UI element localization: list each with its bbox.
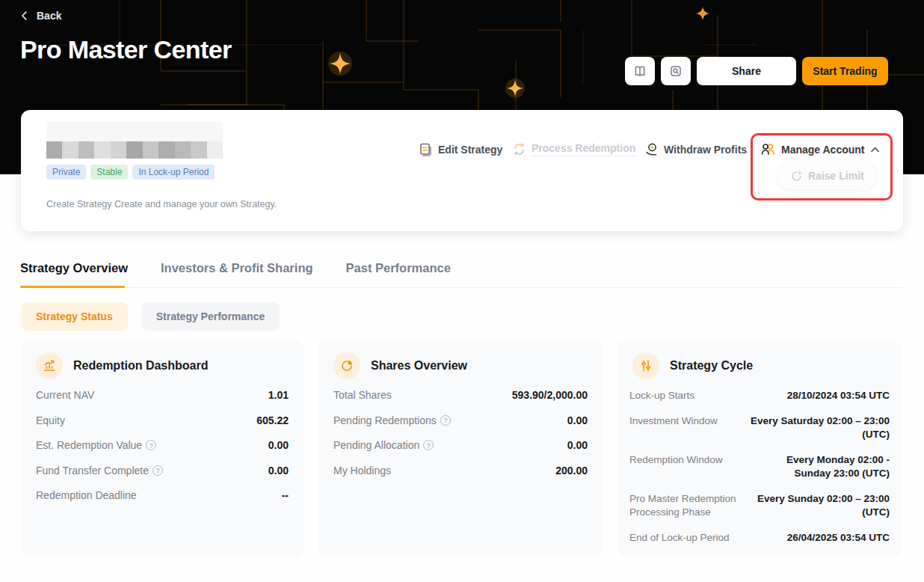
row-fund-transfer-complete: Fund Transfer Complete? 0.00: [36, 465, 289, 477]
process-redemption-icon: [512, 142, 526, 156]
strategy-cycle-card: Strategy Cycle Lock-up Starts 28/10/2024…: [617, 340, 902, 557]
redacted-strategy-name: [46, 141, 223, 159]
badge-stable: Stable: [90, 165, 128, 180]
chevron-up-icon: [870, 146, 880, 153]
start-trading-button[interactable]: Start Trading: [802, 57, 888, 85]
tab-past-performance[interactable]: Past Performance: [346, 261, 451, 288]
page-title: Pro Master Center: [20, 35, 232, 64]
manage-account-button[interactable]: Manage Account: [760, 142, 880, 156]
back-chevron-icon: [19, 10, 30, 21]
process-redemption-label: Process Redemption: [532, 142, 635, 156]
strategy-summary-card: Private Stable In Lock-up Period Create …: [21, 110, 903, 231]
row-investment-window: Investment Window Every Saturday 02:00 –…: [629, 414, 890, 441]
document-search-icon: [669, 64, 683, 78]
strategy-cycle-rows: Lock-up Starts 28/10/2024 03:54 UTC Inve…: [629, 389, 890, 545]
back-button[interactable]: Back: [19, 10, 61, 22]
hero-action-buttons: Share Start Trading: [625, 57, 888, 85]
strategy-cycle-header: Strategy Cycle: [632, 352, 753, 379]
subtab-strategy-status[interactable]: Strategy Status: [21, 302, 128, 331]
shares-overview-card: Shares Overview Total Shares 593.90/2,00…: [318, 340, 603, 557]
redacted-strategy-name-top: [46, 122, 223, 141]
shares-overview-icon: [333, 352, 360, 379]
main-tabs: Strategy Overview Investors & Profit Sha…: [20, 261, 451, 288]
withdraw-profits-button[interactable]: Withdraw Profits: [644, 142, 747, 156]
info-icon[interactable]: ?: [423, 440, 434, 450]
manage-account-icon: [760, 142, 776, 156]
redemption-dashboard-title: Redemption Dashboard: [73, 359, 208, 373]
row-pending-allocation: Pending Allocation? 0.00: [333, 439, 588, 451]
guide-book-button[interactable]: [625, 57, 655, 85]
back-label: Back: [37, 10, 61, 22]
info-icon[interactable]: ?: [440, 415, 451, 426]
redemption-dashboard-icon: [36, 352, 63, 379]
shares-overview-title: Shares Overview: [371, 359, 467, 373]
row-end-of-lockup: End of Lock-up Period 26/04/2025 03:54 U…: [629, 531, 890, 545]
subtab-strategy-performance[interactable]: Strategy Performance: [141, 302, 280, 331]
row-total-shares: Total Shares 593.90/2,000.00: [333, 389, 588, 401]
book-icon: [633, 64, 647, 78]
strategy-badges: Private Stable In Lock-up Period: [46, 165, 215, 180]
row-my-holdings: My Holdings 200.00: [333, 465, 588, 477]
badge-private: Private: [46, 165, 86, 180]
edit-strategy-icon: [419, 142, 433, 156]
redemption-dashboard-header: Redemption Dashboard: [36, 352, 208, 379]
raise-limit-icon: [790, 170, 803, 183]
tab-investors-profit-sharing[interactable]: Investors & Profit Sharing: [161, 261, 313, 288]
edit-strategy-button[interactable]: Edit Strategy: [419, 142, 502, 156]
row-redemption-deadline: Redemption Deadline --: [36, 489, 289, 501]
withdraw-profits-label: Withdraw Profits: [664, 144, 747, 156]
row-pro-master-redemption-phase: Pro Master Redemption Processing Phase E…: [629, 492, 890, 519]
raise-limit-button[interactable]: Raise Limit: [777, 162, 877, 189]
share-button[interactable]: Share: [697, 57, 796, 85]
info-icon[interactable]: ?: [153, 465, 163, 476]
strategy-cycle-title: Strategy Cycle: [670, 359, 753, 373]
strategy-cycle-icon: [632, 352, 659, 379]
manage-account-label: Manage Account: [781, 144, 865, 156]
redemption-dashboard-rows: Current NAV 1.01 Equity 605.22 Est. Rede…: [36, 389, 289, 501]
row-pending-redemptions: Pending Redemptions? 0.00: [333, 414, 588, 426]
raise-limit-label: Raise Limit: [808, 170, 864, 182]
redemption-dashboard-card: Redemption Dashboard Current NAV 1.01 Eq…: [21, 340, 304, 557]
badge-lockup: In Lock-up Period: [132, 165, 215, 180]
row-est-redemption-value: Est. Redemption Value? 0.00: [36, 439, 289, 451]
row-current-nav: Current NAV 1.01: [36, 389, 289, 401]
tab-strategy-overview[interactable]: Strategy Overview: [20, 261, 128, 288]
shares-overview-header: Shares Overview: [333, 352, 467, 379]
sub-tabs: Strategy Status Strategy Performance: [21, 302, 280, 331]
process-redemption-button[interactable]: Process Redemption: [512, 142, 635, 156]
info-icon[interactable]: ?: [146, 440, 156, 450]
withdraw-profits-icon: [644, 142, 659, 156]
strategy-description: Create Strategy Create and manage your o…: [46, 199, 277, 209]
shares-overview-rows: Total Shares 593.90/2,000.00 Pending Red…: [333, 389, 588, 477]
preview-search-button[interactable]: [661, 57, 691, 85]
row-redemption-window: Redemption Window Every Monday 02:00 - S…: [629, 453, 890, 480]
edit-strategy-label: Edit Strategy: [438, 144, 502, 156]
row-equity: Equity 605.22: [36, 414, 289, 426]
row-lockup-starts: Lock-up Starts 28/10/2024 03:54 UTC: [629, 389, 890, 402]
